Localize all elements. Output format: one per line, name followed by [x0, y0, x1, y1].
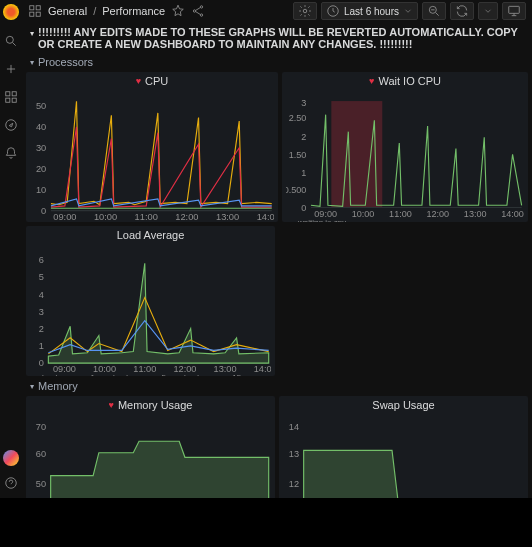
- svg-text:0.500: 0.500: [286, 185, 306, 195]
- svg-text:3: 3: [301, 98, 306, 108]
- warning-row: ▸ !!!!!!!!! ANY EDITS MADE TO THESE GRAP…: [22, 22, 532, 54]
- section-memory[interactable]: ▸ Memory: [22, 378, 532, 394]
- panel-title: Swap Usage: [372, 399, 434, 411]
- search-icon[interactable]: [4, 34, 18, 48]
- svg-rect-8: [36, 6, 40, 10]
- svg-text:09:00: 09:00: [53, 212, 76, 220]
- panel-title: Memory Usage: [118, 399, 193, 411]
- main-content: General / Performance Last 6 hours ▸: [22, 0, 532, 498]
- svg-text:14:00: 14:00: [501, 209, 524, 217]
- svg-text:0: 0: [39, 358, 44, 368]
- svg-text:10: 10: [36, 185, 46, 195]
- user-avatar-icon[interactable]: [3, 450, 19, 466]
- svg-rect-1: [6, 92, 10, 96]
- dashboards-grid-icon[interactable]: [28, 4, 42, 18]
- svg-text:4: 4: [39, 290, 44, 300]
- grafana-logo-icon[interactable]: [3, 4, 19, 20]
- time-range-button[interactable]: Last 6 hours: [321, 2, 418, 20]
- svg-text:20: 20: [36, 164, 46, 174]
- svg-text:09:00: 09:00: [53, 364, 76, 372]
- chevron-down-icon: [483, 6, 493, 16]
- svg-text:1: 1: [39, 341, 44, 351]
- chevron-down-icon: [403, 6, 413, 16]
- legend: load.average.1 load.average.5 load.avera…: [26, 373, 275, 376]
- legend: waiting.io.cpu: [282, 218, 528, 222]
- svg-text:6: 6: [39, 255, 44, 265]
- svg-text:11:00: 11:00: [135, 212, 158, 220]
- cpu-chart: 0 10 20 30 40 50: [30, 92, 274, 220]
- svg-text:12:00: 12:00: [427, 209, 450, 217]
- heart-icon: ♥: [136, 76, 141, 86]
- svg-text:12:00: 12:00: [173, 364, 196, 372]
- refresh-button[interactable]: [450, 2, 474, 20]
- refresh-interval-button[interactable]: [478, 2, 498, 20]
- breadcrumb-dashboard[interactable]: Performance: [102, 5, 165, 17]
- star-icon[interactable]: [171, 4, 185, 18]
- tv-mode-button[interactable]: [502, 2, 526, 20]
- svg-point-11: [201, 6, 203, 8]
- svg-text:1.50: 1.50: [289, 150, 307, 160]
- help-icon[interactable]: [4, 476, 18, 490]
- panel-waitio[interactable]: ♥Wait IO CPU 0 0.500 1 1.50 2 2.50 3: [282, 72, 528, 222]
- gear-icon: [298, 4, 312, 18]
- svg-point-6: [6, 478, 17, 489]
- chevron-down-icon[interactable]: ▸: [28, 32, 37, 36]
- warning-text: !!!!!!!!! ANY EDITS MADE TO THESE GRAPHS…: [38, 26, 524, 50]
- share-icon[interactable]: [191, 4, 205, 18]
- waitio-chart: 0 0.500 1 1.50 2 2.50 3 09:00 10:00: [286, 92, 524, 217]
- plus-icon[interactable]: [4, 62, 18, 76]
- svg-text:11:00: 11:00: [133, 364, 156, 372]
- svg-text:12: 12: [289, 479, 299, 489]
- annotation-region: [331, 101, 382, 207]
- svg-text:14:00: 14:00: [254, 364, 271, 372]
- chevron-down-icon: ▸: [28, 384, 37, 388]
- svg-text:14: 14: [289, 422, 299, 432]
- zoom-out-button[interactable]: [422, 2, 446, 20]
- section-processors[interactable]: ▸ Processors: [22, 54, 532, 70]
- svg-point-0: [6, 36, 13, 43]
- svg-text:30: 30: [36, 143, 46, 153]
- nav-sidebar: [0, 0, 22, 498]
- svg-rect-10: [36, 12, 40, 16]
- panel-title: Wait IO CPU: [378, 75, 441, 87]
- monitor-icon: [507, 4, 521, 18]
- breadcrumb-folder[interactable]: General: [48, 5, 87, 17]
- svg-rect-3: [6, 98, 10, 102]
- svg-text:0: 0: [41, 206, 46, 216]
- svg-text:0: 0: [301, 203, 306, 213]
- svg-text:13:00: 13:00: [214, 364, 237, 372]
- panel-swap[interactable]: Swap Usage 11 12 13 14: [279, 396, 528, 498]
- explore-icon[interactable]: [4, 118, 18, 132]
- clock-icon: [326, 4, 340, 18]
- topbar: General / Performance Last 6 hours: [22, 0, 532, 22]
- time-range-label: Last 6 hours: [344, 6, 399, 17]
- svg-text:14:00: 14:00: [257, 212, 274, 220]
- svg-text:3: 3: [39, 307, 44, 317]
- panel-memusage[interactable]: ♥Memory Usage 40 50 60 70: [26, 396, 275, 498]
- svg-text:40: 40: [36, 122, 46, 132]
- svg-text:2.50: 2.50: [289, 113, 307, 123]
- svg-text:2: 2: [39, 324, 44, 334]
- refresh-icon: [455, 4, 469, 18]
- panel-title: Load Average: [117, 229, 185, 241]
- svg-text:10:00: 10:00: [93, 364, 116, 372]
- breadcrumb-separator: /: [93, 5, 96, 17]
- svg-text:12:00: 12:00: [175, 212, 198, 220]
- legend: system.cpu.max user.cpu.max system.cpu u…: [26, 221, 278, 223]
- svg-rect-4: [12, 98, 16, 102]
- memusage-chart: 40 50 60 70: [30, 416, 271, 498]
- panel-load[interactable]: Load Average 0 1 2 3 4 5 6: [26, 226, 275, 376]
- svg-text:10:00: 10:00: [352, 209, 375, 217]
- dashboards-icon[interactable]: [4, 90, 18, 104]
- alerting-icon[interactable]: [4, 146, 18, 160]
- panel-cpu[interactable]: ♥CPU 0 10 20 30 40 50: [26, 72, 278, 222]
- svg-text:13: 13: [289, 449, 299, 459]
- breadcrumb: General / Performance: [48, 5, 165, 17]
- svg-text:10:00: 10:00: [94, 212, 117, 220]
- chevron-down-icon: ▸: [28, 60, 37, 64]
- settings-button[interactable]: [293, 2, 317, 20]
- svg-rect-9: [30, 12, 34, 16]
- svg-text:50: 50: [36, 479, 46, 489]
- svg-rect-2: [12, 92, 16, 96]
- svg-text:60: 60: [36, 449, 46, 459]
